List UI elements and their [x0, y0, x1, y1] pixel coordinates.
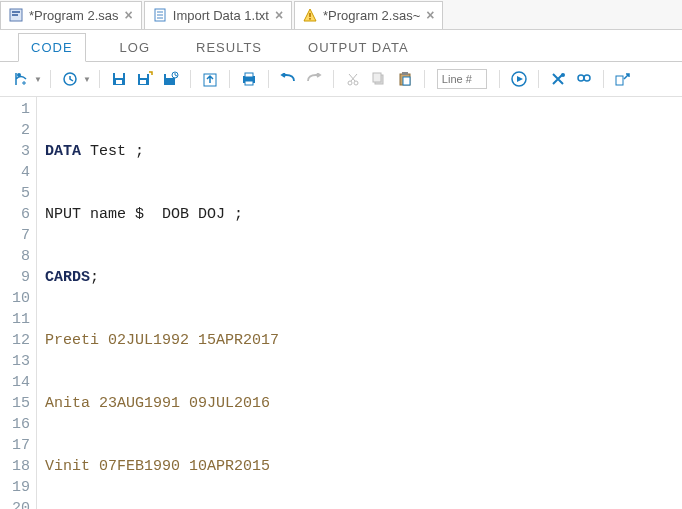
separator: [99, 70, 100, 88]
svg-rect-28: [373, 73, 381, 82]
copy-icon[interactable]: [368, 68, 390, 90]
svg-point-36: [584, 75, 590, 81]
line-gutter: 1 2 3 4 5 6 7 8 9 10 11 12 13 14 15 16 1…: [0, 97, 37, 509]
paste-icon[interactable]: [394, 68, 416, 90]
run-icon[interactable]: [10, 68, 32, 90]
editor-sub-tabs: CODE LOG RESULTS OUTPUT DATA: [0, 30, 682, 62]
close-icon[interactable]: ×: [125, 7, 133, 23]
separator: [229, 70, 230, 88]
svg-point-34: [561, 73, 565, 77]
cut-icon[interactable]: [342, 68, 364, 90]
txt: DOB DOJ ;: [144, 206, 243, 223]
line-number: 11: [12, 309, 30, 330]
line-number: 19: [12, 477, 30, 498]
line-number: 16: [12, 414, 30, 435]
svg-rect-2: [12, 14, 18, 16]
separator: [603, 70, 604, 88]
save-as-icon[interactable]: [134, 68, 156, 90]
line-number: 7: [12, 225, 30, 246]
run-dropdown-icon[interactable]: ▼: [34, 75, 42, 84]
find-icon[interactable]: [573, 68, 595, 90]
separator: [268, 70, 269, 88]
separator: [499, 70, 500, 88]
svg-marker-33: [517, 76, 523, 82]
line-number: 2: [12, 120, 30, 141]
line-number: 10: [12, 288, 30, 309]
file-tab-program2-tilde[interactable]: *Program 2.sas~ ×: [294, 1, 443, 29]
tab-results[interactable]: RESULTS: [184, 34, 274, 61]
line-number: 13: [12, 351, 30, 372]
warning-icon: [303, 8, 317, 22]
tab-output-data[interactable]: OUTPUT DATA: [296, 34, 421, 61]
svg-rect-23: [245, 73, 253, 77]
editor-toolbar: ▼ ▼: [0, 62, 682, 97]
line-number: 4: [12, 162, 30, 183]
code-area[interactable]: DATA Test ; NPUT name $ DOB DOJ ; CARDS;…: [37, 97, 682, 509]
svg-rect-13: [115, 73, 123, 78]
separator: [190, 70, 191, 88]
kw: DATA: [45, 143, 81, 160]
separator: [424, 70, 425, 88]
svg-rect-1: [12, 11, 20, 13]
redo-icon[interactable]: [303, 68, 325, 90]
play-icon[interactable]: [508, 68, 530, 90]
line-number: 20: [12, 498, 30, 509]
svg-point-26: [354, 81, 358, 85]
recent-icon[interactable]: [59, 68, 81, 90]
line-number: 17: [12, 435, 30, 456]
code-editor[interactable]: 1 2 3 4 5 6 7 8 9 10 11 12 13 14 15 16 1…: [0, 97, 682, 509]
svg-rect-30: [402, 72, 408, 75]
svg-rect-24: [245, 81, 253, 85]
svg-rect-8: [309, 13, 311, 17]
txt: NPUT name: [45, 206, 135, 223]
export-icon[interactable]: [199, 68, 221, 90]
svg-point-10: [17, 73, 21, 77]
close-icon[interactable]: ×: [275, 7, 283, 23]
clear-icon[interactable]: [547, 68, 569, 90]
goto-line-input[interactable]: [437, 69, 487, 89]
txt: Test ;: [81, 143, 144, 160]
svg-rect-38: [616, 76, 623, 85]
line-number: 15: [12, 393, 30, 414]
close-icon[interactable]: ×: [426, 7, 434, 23]
save-icon[interactable]: [108, 68, 130, 90]
recent-dropdown-icon[interactable]: ▼: [83, 75, 91, 84]
text-file-icon: [153, 8, 167, 22]
line-number: 6: [12, 204, 30, 225]
print-icon[interactable]: [238, 68, 260, 90]
file-tab-label: *Program 2.sas~: [323, 8, 420, 23]
file-tab-program2[interactable]: *Program 2.sas ×: [0, 1, 142, 29]
file-tab-label: *Program 2.sas: [29, 8, 119, 23]
maximize-icon[interactable]: [612, 68, 634, 90]
line-number: 1: [12, 99, 30, 120]
history-icon[interactable]: [160, 68, 182, 90]
separator: [538, 70, 539, 88]
svg-rect-31: [403, 77, 410, 85]
svg-point-25: [348, 81, 352, 85]
kw: CARDS: [45, 269, 90, 286]
line-number: 9: [12, 267, 30, 288]
sas-program-icon: [9, 8, 23, 22]
line-number: 12: [12, 330, 30, 351]
svg-rect-16: [140, 74, 147, 78]
file-tab-import-data[interactable]: Import Data 1.txt ×: [144, 1, 292, 29]
line-number: 8: [12, 246, 30, 267]
file-tab-label: Import Data 1.txt: [173, 8, 269, 23]
txt: $: [135, 206, 144, 223]
tab-code[interactable]: CODE: [18, 33, 86, 62]
svg-rect-14: [116, 80, 122, 84]
data-line: Preeti 02JUL1992 15APR2017: [45, 332, 279, 349]
svg-rect-9: [309, 18, 311, 20]
separator: [333, 70, 334, 88]
tab-log[interactable]: LOG: [108, 34, 162, 61]
file-tab-bar: *Program 2.sas × Import Data 1.txt × *Pr…: [0, 0, 682, 30]
txt: ;: [90, 269, 99, 286]
undo-icon[interactable]: [277, 68, 299, 90]
separator: [50, 70, 51, 88]
line-number: 18: [12, 456, 30, 477]
line-number: 5: [12, 183, 30, 204]
svg-point-35: [578, 75, 584, 81]
line-number: 14: [12, 372, 30, 393]
line-number: 3: [12, 141, 30, 162]
svg-rect-17: [140, 80, 146, 84]
